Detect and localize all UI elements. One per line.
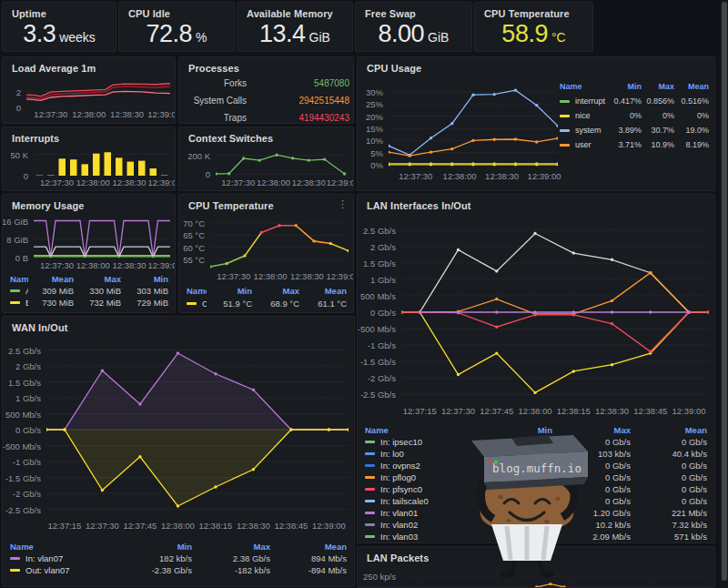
- x-tick: 12:37:30: [221, 177, 255, 188]
- legend-header-max[interactable]: Max: [194, 542, 272, 552]
- legend-row[interactable]: user3.71%10.9%8.19%: [560, 137, 707, 152]
- legend-row[interactable]: In: vlan07182 kb/s2.38 Gb/s894 Mb/s: [10, 553, 349, 564]
- legend-header-max[interactable]: Max: [643, 82, 676, 91]
- legend-header-name[interactable]: Name: [10, 542, 114, 552]
- legend-header-max[interactable]: Max: [76, 274, 123, 284]
- scrollbar-thumb[interactable]: [722, 2, 727, 581]
- legend-header-mean[interactable]: Mean: [632, 425, 709, 435]
- legend-header-mean[interactable]: Mean: [272, 542, 349, 552]
- y-tick: 25%: [366, 99, 383, 109]
- legend-row[interactable]: system3.89%30.7%19.0%: [560, 123, 707, 137]
- interrupts-chart[interactable]: [34, 149, 170, 176]
- panel-title[interactable]: Available Memory: [238, 3, 352, 19]
- legend-row[interactable]: Buffer730 MiB732 MiB729 MiB: [10, 297, 170, 309]
- panel-title[interactable]: Memory Usage: [3, 195, 175, 211]
- context-switches-chart[interactable]: [216, 149, 349, 176]
- wan-legend: NameMinMaxMeanIn: vlan07182 kb/s2.38 Gb/…: [10, 541, 349, 581]
- wan-chart[interactable]: [46, 340, 349, 519]
- series-name[interactable]: In: vlan07: [25, 553, 63, 563]
- legend-header-name[interactable]: Name: [560, 82, 611, 91]
- memory-usage-chart[interactable]: [34, 217, 170, 259]
- y-axis: 50 K0: [3, 149, 32, 176]
- legend-row[interactable]: Active309 MiB330 MiB303 MiB: [10, 285, 170, 297]
- x-tick: 12:37:15: [403, 406, 437, 416]
- legend-header-mean[interactable]: Mean: [301, 286, 349, 296]
- x-tick: 12:38:30: [485, 171, 519, 181]
- series-name[interactable]: nice: [575, 111, 591, 120]
- legend-value: -182 kb/s: [194, 565, 272, 575]
- series-name[interactable]: In: ipsec10: [380, 437, 422, 447]
- forks-led-gauge[interactable]: [253, 76, 278, 90]
- series-name[interactable]: In: pfsync0: [380, 484, 422, 494]
- system-calls-led-gauge[interactable]: [253, 94, 278, 107]
- legend-header-row: NameMinMaxMean: [560, 79, 707, 94]
- series-name[interactable]: In: vlan02: [380, 520, 418, 530]
- legend-header-max[interactable]: Max: [254, 286, 301, 296]
- stat-unit: GiB: [428, 30, 449, 45]
- legend-row[interactable]: nice0%0%0%: [560, 108, 707, 123]
- legend-header-mean[interactable]: Mean: [676, 82, 711, 91]
- legend-row[interactable]: interrupt0.417%0.856%0.516%: [560, 94, 707, 108]
- panel-cpu-usage: CPU Usage 30%25%20%15%10%5%0% 12:37:3012…: [357, 56, 715, 191]
- panel-title[interactable]: Free Swap: [356, 3, 471, 19]
- panel-title[interactable]: LAN Interfaces In/Out: [358, 195, 714, 211]
- x-tick: 12:38:15: [198, 521, 232, 531]
- y-tick: 15%: [366, 124, 383, 134]
- load-average-chart[interactable]: [26, 79, 170, 107]
- legend-header-min[interactable]: Min: [207, 286, 254, 296]
- panel-load-average: Load Average 1m 20 12:37:3012:38:0012:38…: [2, 56, 176, 124]
- series-name[interactable]: Out: vlan07: [25, 565, 70, 575]
- traps-led-gauge[interactable]: [253, 111, 278, 124]
- legend-header-min[interactable]: Min: [611, 82, 643, 91]
- legend-header-name[interactable]: Name: [187, 286, 207, 296]
- gauge-label: System Calls: [187, 96, 253, 106]
- panel-title[interactable]: Interrupts: [3, 127, 175, 144]
- series-color-dash: [560, 129, 570, 132]
- stat-unit: GiB: [309, 30, 330, 45]
- y-axis: 250 kp/s: [359, 565, 399, 587]
- panel-title[interactable]: Context Switches: [179, 127, 353, 144]
- series-name[interactable]: user: [575, 140, 592, 149]
- y-tick: 2 Gb/s: [15, 361, 41, 371]
- series-name[interactable]: In: vlan01: [380, 508, 418, 518]
- series-name[interactable]: In: lo0: [380, 449, 404, 459]
- y-axis: 2.5 Gb/s2 Gb/s1.5 Gb/s1 Gb/s500 Mb/s0 Gb…: [5, 340, 45, 519]
- series-name[interactable]: interrupt: [575, 96, 605, 106]
- series-name[interactable]: In: ovpns2: [380, 461, 420, 471]
- panel-title[interactable]: CPU Usage: [358, 57, 714, 74]
- series-name[interactable]: system: [575, 126, 602, 135]
- legend-header-row: NameMinMaxMean: [187, 284, 349, 297]
- page-scrollbar[interactable]: [720, 0, 728, 588]
- panel-title[interactable]: CPU Idle: [119, 3, 234, 19]
- cpu-temperature-chart[interactable]: [210, 218, 349, 270]
- panel-title[interactable]: Processes: [179, 57, 353, 74]
- legend-header-min[interactable]: Min: [114, 542, 194, 552]
- x-tick: 12:38:30: [110, 109, 144, 119]
- series-name[interactable]: In: pflog0: [380, 472, 416, 482]
- y-tick: 1 Gb/s: [15, 393, 41, 403]
- legend-row[interactable]: Out: vlan07-2.38 Gb/s-182 kb/s-894 Mb/s: [10, 564, 349, 576]
- panel-title[interactable]: CPU Temperature: [475, 3, 592, 19]
- x-tick: 12:38:30: [290, 271, 324, 281]
- y-tick: 70 °C: [183, 218, 205, 228]
- x-tick: 12:37:30: [86, 521, 119, 531]
- cpu-usage-chart[interactable]: [389, 85, 558, 168]
- panel-title[interactable]: WAN In/Out: [3, 317, 354, 333]
- x-tick: 12:37:15: [47, 521, 81, 531]
- gauge-row-system-calls: System Calls 2942515448: [187, 93, 346, 108]
- series-name[interactable]: In: vlan03: [380, 532, 418, 542]
- stat-value-group: 13.4 GiB: [238, 20, 352, 48]
- series-color-dash: [560, 144, 570, 147]
- legend-header-min[interactable]: Min: [123, 274, 170, 284]
- panel-menu-icon[interactable]: ⋮: [338, 199, 348, 209]
- legend-row[interactable]: CPU Temp51.9 °C68.9 °C61.1 °C: [187, 297, 349, 309]
- legend-header-mean[interactable]: Mean: [28, 274, 76, 284]
- y-tick: 2.5 Gb/s: [8, 345, 41, 355]
- legend-header-name[interactable]: Name: [10, 274, 28, 284]
- series-color-dash: [10, 569, 20, 572]
- panel-title[interactable]: CPU Temperature: [179, 195, 353, 211]
- lan-interfaces-chart[interactable]: [401, 220, 709, 404]
- panel-title[interactable]: Load Average 1m: [3, 57, 175, 74]
- series-name[interactable]: In: tailscale0: [380, 496, 429, 506]
- panel-title[interactable]: Uptime: [3, 3, 116, 19]
